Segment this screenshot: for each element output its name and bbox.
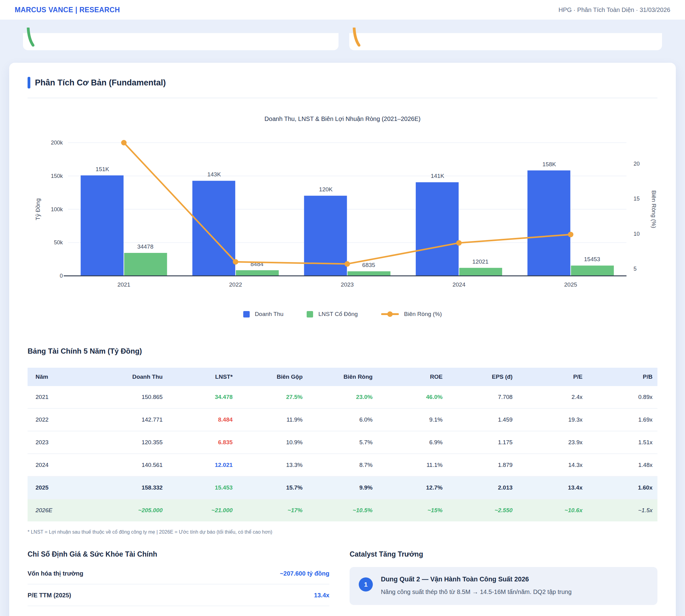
table-column-header: ROE — [378, 368, 447, 386]
svg-text:6835: 6835 — [362, 262, 375, 268]
svg-text:2021: 2021 — [117, 281, 130, 288]
table-header: NămDoanh ThuLNST*Biên GộpBiên RòngROEEPS… — [27, 368, 658, 386]
table-cell: 10.9% — [237, 431, 307, 454]
legend-item-doanh-thu[interactable]: Doanh Thu — [243, 311, 284, 317]
table-cell: 6.835 — [168, 431, 237, 454]
valuation-title: Chỉ Số Định Giá & Sức Khỏe Tài Chính — [27, 550, 329, 558]
catalyst-number-badge: 1 — [359, 577, 373, 592]
table-cell: 1.175 — [448, 431, 517, 454]
revenue-profit-margin-chart[interactable]: 050k100k150k200k5101520151K344782021143K… — [27, 124, 658, 297]
table-cell: 2023 — [27, 431, 98, 454]
svg-text:158K: 158K — [542, 161, 556, 168]
previous-section-card — [23, 33, 339, 50]
table-cell: 2025 — [27, 477, 98, 499]
table-cell: 2.4x — [517, 386, 587, 409]
chart-title: Doanh Thu, LNST & Biên Lợi Nhuận Ròng (2… — [27, 115, 658, 123]
table-column-header: P/E — [517, 368, 587, 386]
app-header: MARCUS VANCE | RESEARCH HPG · Phân Tích … — [0, 0, 685, 20]
valuation-metric-list: Vốn hóa thị trường ~207.600 tỷ đồng P/E … — [27, 563, 329, 606]
table-cell: ~1.5x — [587, 499, 658, 521]
metric-label: Vốn hóa thị trường — [27, 570, 83, 577]
table-column-header: Biên Gộp — [237, 368, 307, 386]
table-cell: 2026E — [27, 499, 98, 521]
table-column-header: Năm — [27, 368, 98, 386]
table-cell: 6.0% — [307, 409, 378, 431]
legend-item-bien-rong[interactable]: Biên Ròng (%) — [381, 311, 442, 317]
table-cell: 1.48x — [587, 454, 658, 477]
catalyst-item-title: Dung Quất 2 — Vận Hành Toàn Công Suất 20… — [381, 576, 572, 583]
table-cell: 8.484 — [168, 409, 237, 431]
svg-text:2024: 2024 — [452, 281, 466, 288]
table-cell: 11.9% — [237, 409, 307, 431]
table-cell: 2022 — [27, 409, 98, 431]
financial-table: NămDoanh ThuLNST*Biên GộpBiên RòngROEEPS… — [27, 368, 658, 521]
svg-text:200k: 200k — [51, 139, 63, 146]
table-cell: ~10.6x — [517, 499, 587, 521]
table-cell: ~205.000 — [98, 499, 167, 521]
catalyst-item-1: 1 Dung Quất 2 — Vận Hành Toàn Công Suất … — [349, 567, 658, 605]
table-cell: ~17% — [237, 499, 307, 521]
svg-text:5: 5 — [634, 266, 637, 272]
table-row: 2026E~205.000~21.000~17%~10.5%~15%~2.550… — [27, 499, 658, 521]
svg-text:150k: 150k — [51, 173, 63, 179]
table-cell: 2024 — [27, 454, 98, 477]
svg-text:141K: 141K — [431, 173, 445, 179]
svg-text:50k: 50k — [54, 239, 63, 245]
legend-label: LNST Cổ Đông — [318, 311, 358, 317]
table-cell: 120.355 — [98, 431, 167, 454]
metric-row-pe-ttm: P/E TTM (2025) 13.4x — [27, 585, 329, 606]
metric-row-market-cap: Vốn hóa thị trường ~207.600 tỷ đồng — [27, 563, 329, 585]
table-column-header: Doanh Thu — [98, 368, 167, 386]
table-cell: 15.453 — [168, 477, 237, 499]
table-cell: 13.3% — [237, 454, 307, 477]
table-cell: 46.0% — [378, 386, 447, 409]
table-cell: 140.561 — [98, 454, 167, 477]
table-cell: 7.708 — [448, 386, 517, 409]
section-title: Phân Tích Cơ Bản (Fundamental) — [35, 78, 166, 88]
svg-text:100k: 100k — [51, 206, 63, 213]
orange-arc-icon — [352, 27, 363, 46]
table-row: 2021150.86534.47827.5%23.0%46.0%7.7082.4… — [27, 386, 658, 409]
section-accent-bar — [27, 77, 30, 88]
svg-text:143K: 143K — [208, 171, 221, 178]
legend-label: Doanh Thu — [255, 311, 284, 317]
table-cell: 1.51x — [587, 431, 658, 454]
catalyst-title: Catalyst Tăng Trưởng — [349, 550, 658, 558]
table-cell: 34.478 — [168, 386, 237, 409]
svg-text:120K: 120K — [319, 186, 333, 193]
table-cell: 9.1% — [378, 409, 447, 431]
table-row: 2025158.33215.45315.7%9.9%12.7%2.01313.4… — [27, 477, 658, 499]
metric-label: P/E TTM (2025) — [27, 592, 71, 599]
table-cell: 8.7% — [307, 454, 378, 477]
table-footnote: * LNST = Lợi nhuận sau thuế thuộc về cổ … — [27, 529, 658, 535]
svg-text:2022: 2022 — [229, 281, 242, 288]
svg-text:Biên Ròng (%): Biên Ròng (%) — [651, 191, 657, 228]
table-cell: 1.879 — [448, 454, 517, 477]
svg-text:151K: 151K — [95, 166, 109, 172]
table-cell: ~21.000 — [168, 499, 237, 521]
previous-section-card — [349, 33, 662, 50]
table-row: 2022142.7718.48411.9%6.0%9.1%1.45919.3x1… — [27, 409, 658, 431]
table-cell: 15.7% — [237, 477, 307, 499]
brand-logo: MARCUS VANCE | RESEARCH — [15, 6, 120, 14]
table-cell: 11.1% — [378, 454, 447, 477]
table-cell: 158.332 — [98, 477, 167, 499]
orange-line-swatch-icon — [381, 313, 399, 315]
green-bar-swatch-icon — [307, 311, 313, 317]
fundamental-analysis-card: Phân Tích Cơ Bản (Fundamental) Doanh Thu… — [9, 63, 676, 616]
table-cell: 23.9x — [517, 431, 587, 454]
table-cell: 150.865 — [98, 386, 167, 409]
svg-text:15453: 15453 — [584, 256, 600, 262]
green-arc-icon — [26, 27, 37, 46]
metric-value: ~207.600 tỷ đồng — [280, 570, 329, 577]
chart-area[interactable]: 050k100k150k200k5101520151K344782021143K… — [27, 124, 658, 299]
section-divider — [27, 98, 658, 98]
chart-legend: Doanh Thu LNST Cổ Đông Biên Ròng (%) — [27, 311, 658, 317]
table-cell: 0.89x — [587, 386, 658, 409]
legend-item-lnst[interactable]: LNST Cổ Đông — [307, 311, 358, 317]
table-cell: 12.7% — [378, 477, 447, 499]
table-cell: 12.021 — [168, 454, 237, 477]
metric-value: 13.4x — [314, 592, 329, 599]
svg-text:2025: 2025 — [564, 281, 577, 288]
table-column-header: EPS (đ) — [448, 368, 517, 386]
